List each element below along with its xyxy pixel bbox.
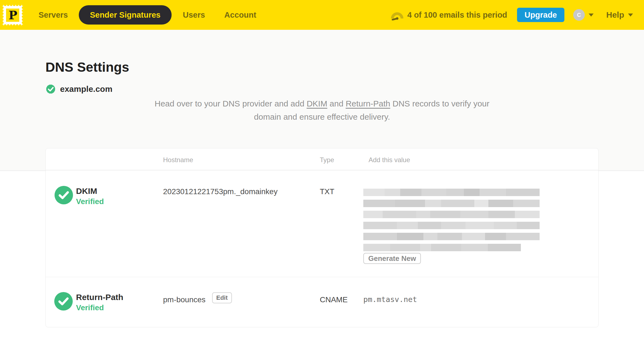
status-badge: Verified (76, 197, 104, 206)
nav-tab-users[interactable]: Users (183, 10, 205, 20)
nav-tab-sender-signatures[interactable]: Sender Signatures (79, 5, 171, 25)
nav-tab-account[interactable]: Account (224, 10, 256, 20)
verified-check-icon (54, 292, 73, 311)
edit-hostname-button[interactable]: Edit (212, 292, 232, 303)
chevron-down-icon (589, 14, 594, 17)
record-name: DKIM (76, 186, 97, 196)
record-name: Return-Path (76, 293, 123, 302)
record-type: TXT (320, 187, 334, 196)
redacted-line (363, 200, 540, 207)
help-label: Help (606, 10, 624, 20)
avatar[interactable]: C (573, 9, 585, 21)
intro-text: Head over to your DNS provider and add D… (148, 97, 496, 124)
redacted-line (363, 222, 540, 229)
redacted-line (363, 189, 540, 196)
verified-seal-icon (45, 83, 56, 95)
upgrade-button[interactable]: Upgrade (517, 8, 564, 22)
dkim-link[interactable]: DKIM (307, 99, 327, 108)
page-title: DNS Settings (45, 60, 129, 75)
account-menu[interactable]: C (573, 9, 594, 21)
usage-gauge-icon (391, 11, 404, 20)
top-nav: P Servers Sender Signatures Users Accoun… (0, 0, 644, 30)
status-badge: Verified (76, 303, 104, 312)
column-header-hostname: Hostname (163, 156, 193, 164)
domain-row: example.com (45, 83, 112, 95)
intro-part: Head over to your DNS provider and add (155, 99, 307, 108)
chevron-down-icon (628, 14, 633, 17)
help-menu[interactable]: Help (606, 10, 633, 20)
nav-right-group: 4 of 100 emails this period Upgrade C He… (391, 8, 633, 22)
record-hostname: pm-bounces (163, 295, 205, 304)
record-type: CNAME (320, 295, 348, 304)
redacted-line (363, 233, 540, 240)
usage-counter: 4 of 100 emails this period (407, 10, 507, 20)
verified-check-icon (55, 186, 73, 204)
page-body: DNS Settings example.com Head over to yo… (0, 30, 644, 337)
redacted-dns-value (363, 189, 540, 255)
domain-name: example.com (60, 84, 112, 94)
intro-part: and (327, 99, 346, 108)
redacted-line (363, 211, 540, 218)
nav-tab-servers[interactable]: Servers (39, 10, 68, 20)
generate-new-button[interactable]: Generate New (363, 253, 421, 264)
dns-records-card: Hostname Type Add this value DKIM Verifi… (45, 148, 599, 327)
row-divider (46, 277, 598, 277)
record-hostname: 20230121221753pm._domainkey (163, 187, 278, 196)
column-header-value: Add this value (369, 156, 410, 164)
column-header-type: Type (320, 156, 334, 164)
app-root: P Servers Sender Signatures Users Accoun… (0, 0, 644, 337)
svg-text:P: P (9, 9, 17, 22)
postmark-logo-icon[interactable]: P (2, 5, 23, 26)
record-value: pm.mtasv.net (363, 295, 417, 304)
redacted-line (363, 244, 521, 251)
return-path-link[interactable]: Return-Path (346, 99, 390, 108)
table-header: Hostname Type Add this value (46, 148, 598, 170)
